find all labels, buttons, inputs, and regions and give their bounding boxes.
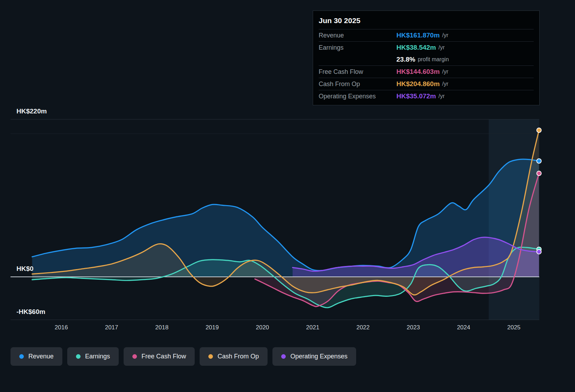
chart-tooltip: Jun 30 2025 Revenue HK$161.870m /yr Earn… [313, 10, 540, 105]
legend-item-operating-expenses[interactable]: Operating Expenses [272, 347, 356, 366]
tooltip-row-operating-expenses: Operating Expenses HK$35.072m /yr [319, 90, 534, 102]
legend-label: Revenue [28, 353, 54, 360]
tooltip-suffix: /yr [442, 32, 449, 38]
legend-item-earnings[interactable]: Earnings [67, 347, 119, 366]
x-tick-label: 2016 [55, 324, 68, 331]
legend-dot-cash-from-op [208, 354, 213, 359]
tooltip-label: Free Cash Flow [319, 68, 396, 76]
tooltip-label: Cash From Op [319, 80, 396, 88]
tooltip-date: Jun 30 2025 [319, 16, 534, 29]
page: HK$220m HK$0 -HK$60m 2016 2017 2018 2019… [0, 0, 575, 392]
tooltip-value: 23.8% [396, 56, 415, 63]
tooltip-value: HK$204.860m [396, 80, 440, 88]
tooltip-suffix: /yr [438, 44, 445, 51]
legend-dot-earnings [76, 354, 81, 359]
tooltip-value: HK$38.542m [396, 44, 436, 51]
y-tick-label: HK$220m [16, 107, 47, 115]
tooltip-row-revenue: Revenue HK$161.870m /yr [319, 29, 534, 42]
tooltip-suffix: /yr [442, 81, 449, 87]
tooltip-row-profit-margin: 23.8% profit margin [319, 54, 534, 66]
x-tick-label: 2021 [306, 324, 319, 331]
legend-dot-free-cash-flow [132, 354, 137, 359]
endpoint-opex [537, 250, 541, 254]
y-tick-label: HK$0 [16, 265, 34, 273]
tooltip-row-cash-from-op: Cash From Op HK$204.860m /yr [319, 78, 534, 90]
tooltip-value: HK$144.603m [396, 68, 440, 76]
chart-legend: Revenue Earnings Free Cash Flow Cash Fro… [11, 347, 356, 366]
x-tick-label: 2023 [407, 324, 420, 331]
y-tick-label: -HK$60m [16, 308, 45, 316]
tooltip-label: Revenue [319, 32, 396, 39]
x-tick-label: 2019 [206, 324, 219, 331]
x-tick-label: 2022 [356, 324, 370, 331]
legend-dot-operating-expenses [281, 354, 286, 359]
legend-label: Free Cash Flow [141, 353, 186, 360]
x-tick-label: 2024 [457, 324, 470, 331]
legend-label: Earnings [85, 353, 110, 360]
endpoint-fcf [537, 171, 541, 176]
legend-item-cash-from-op[interactable]: Cash From Op [200, 347, 268, 366]
tooltip-row-earnings: Earnings HK$38.542m /yr [319, 42, 534, 54]
legend-label: Operating Expenses [290, 353, 347, 360]
x-tick-label: 2017 [105, 324, 118, 331]
tooltip-row-free-cash-flow: Free Cash Flow HK$144.603m /yr [319, 66, 534, 78]
tooltip-label: Operating Expenses [319, 93, 396, 100]
endpoint-revenue [537, 159, 541, 163]
legend-label: Cash From Op [217, 353, 259, 360]
x-tick-label: 2020 [256, 324, 269, 331]
tooltip-value: HK$35.072m [396, 92, 436, 100]
tooltip-suffix: /yr [442, 69, 449, 75]
tooltip-label: Earnings [319, 44, 396, 51]
x-tick-label: 2018 [155, 324, 168, 331]
tooltip-value: HK$161.870m [396, 31, 440, 39]
legend-item-revenue[interactable]: Revenue [11, 347, 62, 366]
tooltip-suffix: profit margin [418, 56, 449, 63]
legend-item-free-cash-flow[interactable]: Free Cash Flow [124, 347, 195, 366]
legend-dot-revenue [19, 354, 24, 359]
x-tick-label: 2025 [507, 324, 520, 331]
endpoint-cashop [537, 128, 541, 132]
tooltip-suffix: /yr [438, 93, 445, 99]
